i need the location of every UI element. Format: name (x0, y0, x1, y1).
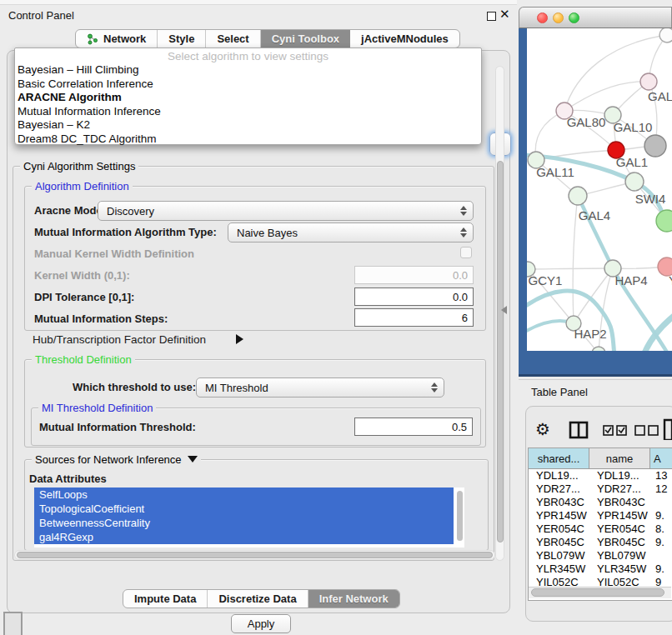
expand-arrow-icon[interactable] (236, 334, 243, 344)
dropdown-item-bayesian-hill-climbing[interactable]: Bayesian – Hill Climbing (15, 63, 481, 78)
top-strip (0, 0, 517, 5)
tab-jactivemnodules[interactable]: jActiveMNodules (350, 30, 459, 48)
network-node-gal[interactable] (640, 73, 657, 90)
table-cell: YLR345W (529, 562, 589, 576)
dpi-tolerance-input[interactable] (354, 288, 474, 306)
network-graph: GALGAL80GAL10GAL1GAL11GAL4SWI4GCY1HAP4YH… (527, 28, 672, 351)
kernel-width-input[interactable] (354, 266, 474, 284)
data-attributes-label: Data Attributes (29, 472, 107, 485)
network-node-swi4[interactable] (656, 210, 672, 232)
table-cell: YBR043C (589, 496, 650, 509)
bottom-tab-infer-network[interactable]: Infer Network (308, 590, 399, 608)
mi-algorithm-type-value: Naive Bayes (228, 227, 456, 239)
aracne-mode-label: Aracne Mode: (34, 204, 106, 217)
tab-cyni-toolbox-label: Cyni Toolbox (272, 32, 339, 45)
close-window-button[interactable] (537, 12, 548, 23)
dock-panel-icon[interactable] (3, 612, 23, 635)
dropdown-item-basic-correlation-inference[interactable]: Basic Correlation Inference (15, 78, 481, 92)
gear-icon[interactable]: ⚙ (535, 419, 550, 439)
unselect-all-checkboxes-icon[interactable] (634, 425, 659, 436)
network-node-label-gal: GAL (648, 89, 672, 103)
list-scrollbar-thumb[interactable] (457, 491, 463, 541)
column-header-shared[interactable]: shared... (529, 448, 589, 469)
attribute-item-selfloops[interactable]: SelfLoops (34, 488, 454, 502)
table-row[interactable]: YBR043CYBR043C (529, 496, 672, 509)
table-header[interactable]: shared...nameA (529, 448, 672, 469)
table-cell: YBR045C (589, 536, 650, 549)
data-attributes-list[interactable]: SelfLoopsTopologicalCoefficientBetweenne… (34, 488, 464, 548)
network-icon (87, 33, 98, 45)
which-threshold-combobox[interactable]: MI Threshold (196, 378, 444, 398)
close-icon[interactable]: ✕ (499, 7, 510, 22)
table-row[interactable]: YIL052CYIL052C9 (529, 576, 672, 588)
bottom-tab-discretize-data[interactable]: Discretize Data (208, 590, 308, 608)
column-header-a[interactable]: A (650, 448, 672, 469)
hub-section-label[interactable]: Hub/Transcription Factor Definition (33, 333, 206, 346)
algorithm-dropdown[interactable]: Select algorithm to view settings Bayesi… (14, 48, 482, 145)
column-header-name[interactable]: name (589, 448, 650, 469)
tab-style[interactable]: Style (158, 30, 206, 48)
network-node-gal4[interactable] (569, 187, 587, 205)
algorithm-definition-title: Algorithm Definition (32, 180, 133, 192)
tab-select[interactable]: Select (206, 30, 260, 48)
node-table[interactable]: shared...nameA YDL19...YDL19...13YDR27..… (528, 448, 672, 601)
network-canvas[interactable]: GALGAL80GAL10GAL1GAL11GAL4SWI4GCY1HAP4YH… (527, 28, 672, 351)
mi-steps-input[interactable] (354, 308, 474, 327)
zoom-window-button[interactable] (569, 12, 579, 23)
bottom-tab-discretize-data-label: Discretize Data (218, 592, 296, 605)
kernel-width-label: Kernel Width (0,1): (34, 269, 130, 282)
settings-vscrollbar-thumb[interactable] (497, 161, 504, 542)
apply-button[interactable]: Apply (231, 614, 291, 633)
network-node-label-hap4: HAP4 (614, 273, 647, 288)
aracne-mode-combobox[interactable]: Discovery (98, 201, 474, 221)
network-node[interactable] (625, 172, 644, 191)
table-cell: 13 (650, 469, 672, 482)
dpi-tolerance-label: DPI Tolerance [0,1]: (34, 291, 134, 303)
attribute-item-topologicalcoefficient[interactable]: TopologicalCoefficient (34, 502, 454, 516)
collapse-arrow-icon (188, 456, 198, 462)
minimize-window-button[interactable] (553, 12, 564, 23)
dropdown-item-aracne-algorithm[interactable]: ARACNE Algorithm (15, 91, 481, 105)
attribute-item-gal4rgexp[interactable]: gal4RGexp (34, 530, 454, 544)
table-row[interactable]: YBL079WYBL079W (529, 549, 672, 562)
column-browser-icon[interactable] (569, 421, 589, 439)
dropdown-placeholder: Select algorithm to view settings (15, 48, 481, 63)
tab-cyni-toolbox[interactable]: Cyni Toolbox (261, 30, 350, 48)
threshold-definition-title: Threshold Definition (32, 353, 135, 366)
dropdown-item-dream8-dc-tdc-algorithm[interactable]: Dream8 DC_TDC Algorithm (15, 132, 481, 147)
panel-divider (519, 379, 672, 380)
table-row[interactable]: YBR045CYBR045C9. (529, 536, 672, 549)
table-row[interactable]: YDL19...YDL19...13 (529, 469, 672, 482)
table-row[interactable]: YPR145WYPR145W9. (529, 509, 672, 522)
network-edge (528, 268, 613, 269)
table-cell: 9. (650, 562, 672, 576)
manual-kernel-checkbox[interactable] (460, 247, 472, 258)
float-panel-icon[interactable] (487, 12, 496, 21)
mi-threshold-input[interactable] (354, 418, 473, 436)
table-cell: YPR145W (529, 509, 589, 522)
dropdown-item-mutual-information-inference[interactable]: Mutual Information Inference (15, 105, 481, 119)
settings-hscrollbar-thumb[interactable] (17, 552, 493, 558)
table-hscrollbar-thumb[interactable] (531, 588, 664, 597)
mi-algorithm-type-combobox[interactable]: Naive Bayes (228, 222, 474, 242)
tab-network[interactable]: Network (76, 30, 158, 48)
sources-group-title[interactable]: Sources for Network Inference (32, 453, 201, 466)
table-row[interactable]: YER054CYER054C8. (529, 522, 672, 536)
network-edge-thick (644, 313, 672, 351)
table-rows[interactable]: YDL19...YDL19...13YDR27...YDR27...12YBR0… (529, 469, 672, 588)
table-cell: YIL052C (529, 576, 589, 588)
table-panel-title: Table Panel (531, 386, 588, 398)
new-table-icon[interactable] (663, 418, 672, 440)
bottom-tab-impute-data[interactable]: Impute Data (123, 590, 208, 608)
dropdown-item-bayesian-k2[interactable]: Bayesian – K2 (15, 118, 481, 132)
table-cell: YDR27... (529, 482, 589, 496)
network-window-titlebar[interactable] (519, 7, 672, 28)
select-all-checkboxes-icon[interactable] (603, 425, 628, 436)
table-row[interactable]: YDR27...YDR27...12 (529, 482, 672, 496)
stepper-arrows-icon (427, 382, 442, 392)
panel-collapse-arrow-icon[interactable] (501, 306, 507, 314)
network-node[interactable] (644, 135, 666, 157)
network-node[interactable] (659, 28, 672, 42)
table-row[interactable]: YLR345WYLR345W9. (529, 562, 672, 576)
attribute-item-betweennesscentrality[interactable]: BetweennessCentrality (34, 516, 454, 530)
